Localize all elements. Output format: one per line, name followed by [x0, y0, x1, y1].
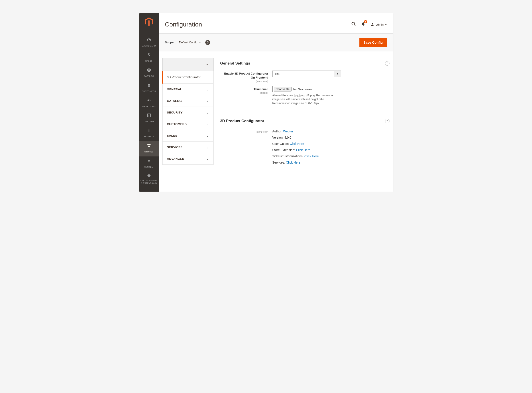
scope-note: [global]: [220, 91, 268, 94]
sidebar-item-stores[interactable]: STORES: [139, 141, 159, 157]
enable-label: Enable 3D Product Configurator On Fronte…: [224, 72, 268, 79]
store-extension-link[interactable]: Click Here: [296, 148, 310, 152]
scope-value: Default Config: [179, 41, 197, 44]
user-guide-link[interactable]: Click Here: [290, 142, 304, 146]
svg-rect-7: [150, 130, 150, 132]
scope-label: Scope:: [165, 41, 174, 44]
svg-rect-6: [149, 129, 149, 132]
config-nav-section-customers[interactable]: CUSTOMERS⌄: [162, 118, 214, 130]
sidebar-item-label: STORES: [144, 150, 154, 153]
sidebar-item-label: MARKETING: [142, 105, 155, 108]
fieldset-title: 3D Product Configurator: [220, 119, 264, 123]
fieldset-general-settings-header[interactable]: General Settings ⌃: [220, 58, 389, 69]
chevron-up-icon: [206, 63, 209, 66]
sidebar-item-label: SALES: [145, 60, 152, 62]
thumbnail-label: Thumbnail: [254, 88, 268, 91]
sidebar-item-system[interactable]: SYSTEM: [139, 157, 159, 172]
sidebar-item-dashboard[interactable]: DASHBOARD: [139, 35, 159, 50]
chevron-down-icon: ⌄: [206, 134, 209, 137]
config-nav: 3D Product Configurator GENERAL⌄ CATALOG…: [162, 58, 214, 165]
svg-point-8: [148, 160, 149, 162]
guide-label: User Guide:: [272, 142, 290, 146]
dashboard-icon: [139, 38, 159, 43]
collapse-icon: ⌃: [385, 119, 389, 123]
box-icon: [139, 68, 159, 73]
fieldset-title: General Settings: [220, 61, 250, 66]
collapse-icon: ⌃: [385, 61, 389, 66]
services-label: Services:: [272, 161, 286, 164]
store-icon: [139, 143, 159, 148]
svg-point-1: [148, 84, 150, 85]
file-status: No file chosen: [293, 88, 312, 91]
user-icon: [370, 22, 374, 26]
caret-down-icon: [199, 42, 201, 43]
sidebar-item-partners[interactable]: FIND PARTNERS & EXTENSIONS: [139, 172, 159, 188]
caret-down-icon: [385, 24, 387, 25]
thumbnail-hint: Allowed file types: jpg, jpeg, gif, png.…: [272, 94, 341, 105]
config-nav-active-item[interactable]: 3D Product Configurator: [162, 71, 214, 84]
services-link[interactable]: Click Here: [286, 161, 300, 164]
magento-logo[interactable]: [145, 17, 153, 27]
chevron-down-icon: ⌄: [206, 146, 209, 149]
scope-selector[interactable]: Default Config: [179, 41, 201, 44]
sidebar-item-catalog[interactable]: CATALOG: [139, 66, 159, 81]
config-nav-section-general[interactable]: GENERAL⌄: [162, 84, 214, 95]
dollar-icon: $: [139, 53, 159, 58]
notifications-icon[interactable]: 1: [361, 22, 365, 27]
svg-line-10: [354, 25, 356, 26]
sidebar-item-sales[interactable]: $ SALES: [139, 50, 159, 66]
sidebar-item-marketing[interactable]: MARKETING: [139, 96, 159, 111]
sidebar-item-label: CONTENT: [143, 120, 154, 123]
person-icon: [139, 83, 159, 88]
config-nav-collapse[interactable]: [162, 58, 214, 71]
chart-icon: [139, 128, 159, 133]
config-nav-section-sales[interactable]: SALES⌄: [162, 130, 214, 142]
search-icon[interactable]: [351, 22, 356, 27]
author-link[interactable]: Webkul: [283, 129, 293, 133]
ticket-link[interactable]: Click Here: [304, 154, 319, 158]
chevron-down-icon: ⌄: [206, 88, 209, 91]
config-nav-section-advanced[interactable]: ADVANCED⌄: [162, 153, 214, 165]
layout-icon: [139, 113, 159, 118]
config-nav-section-security[interactable]: SECURITY⌄: [162, 107, 214, 118]
notification-badge: 1: [364, 20, 368, 23]
user-name: admin: [376, 23, 383, 26]
ext-label: Store Extension:: [272, 148, 296, 152]
config-nav-section-services[interactable]: SERVICES⌄: [162, 142, 214, 153]
sidebar-item-content[interactable]: CONTENT: [139, 111, 159, 126]
select-dropdown-button[interactable]: ▼: [334, 71, 341, 77]
svg-rect-5: [148, 130, 148, 132]
scope-note: [store view]: [220, 130, 268, 133]
sidebar-item-label: CATALOG: [144, 75, 154, 77]
fieldset-product-config-header[interactable]: 3D Product Configurator ⌃: [220, 116, 389, 126]
admin-sidebar: DASHBOARD $ SALES CATALOG CUSTOMERS MARK…: [139, 13, 159, 192]
svg-point-11: [372, 23, 373, 25]
sidebar-item-label: REPORTS: [144, 135, 154, 138]
chevron-down-icon: ⌄: [206, 111, 209, 114]
thumbnail-file-input[interactable]: Choose file No file chosen: [272, 86, 313, 92]
scope-note: [store view]: [220, 80, 268, 83]
select-value: Yes: [272, 71, 334, 77]
puzzle-icon: [139, 174, 159, 179]
choose-file-button[interactable]: Choose file: [274, 87, 292, 91]
megaphone-icon: [139, 98, 159, 103]
sidebar-item-label: SYSTEM: [144, 166, 154, 168]
chevron-down-icon: ⌄: [206, 123, 209, 126]
enable-select[interactable]: Yes ▼: [272, 71, 341, 77]
chevron-down-icon: ⌄: [206, 157, 209, 160]
author-label: Author:: [272, 129, 283, 133]
sidebar-item-reports[interactable]: REPORTS: [139, 126, 159, 141]
sidebar-item-label: CUSTOMERS: [142, 90, 156, 92]
sidebar-item-label: DASHBOARD: [142, 44, 156, 47]
chevron-down-icon: ⌄: [206, 99, 209, 103]
user-menu[interactable]: admin: [370, 22, 387, 26]
config-nav-section-catalog[interactable]: CATALOG⌄: [162, 95, 214, 107]
help-icon[interactable]: ?: [205, 40, 210, 45]
sidebar-item-customers[interactable]: CUSTOMERS: [139, 81, 159, 96]
svg-point-9: [352, 22, 355, 25]
ticket-label: Ticket/Customisations:: [272, 154, 304, 158]
save-config-button[interactable]: Save Config: [359, 38, 387, 47]
version-value: 4.0.0: [284, 136, 291, 139]
gear-icon: [139, 159, 159, 164]
sidebar-item-label: FIND PARTNERS & EXTENSIONS: [139, 180, 159, 184]
